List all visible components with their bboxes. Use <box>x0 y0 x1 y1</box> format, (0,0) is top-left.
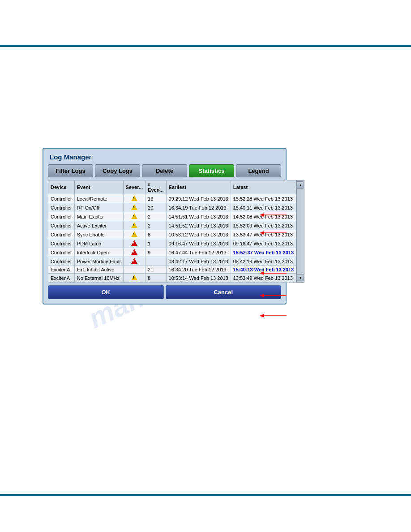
log-manager-dialog: Log Manager Filter Logs Copy Logs Delete… <box>43 148 287 305</box>
cell-severity: ! <box>123 257 146 266</box>
top-bar <box>0 45 411 47</box>
table-row: Exciter ANo External 10MHz!810:53:14 Wed… <box>48 274 296 283</box>
cell-event: Interlock Open <box>74 248 123 257</box>
cell-device: Controller <box>48 194 75 203</box>
copy-logs-button[interactable]: Copy Logs <box>95 164 140 177</box>
table-header-row: Device Event Sever... # Even... Earliest… <box>48 180 296 194</box>
table-row: ControllerMain Exciter!214:51:51 Wed Feb… <box>48 212 296 221</box>
cell-earliest: 16:47:44 Tue Feb 12 2013 <box>166 248 231 257</box>
ok-button[interactable]: OK <box>48 285 164 299</box>
table-row: ControllerInterlock Open!916:47:44 Tue F… <box>48 248 296 257</box>
col-device: Device <box>48 180 75 194</box>
cell-earliest: 14:51:52 Wed Feb 13 2013 <box>166 221 231 230</box>
cell-latest: 13:53:49 Wed Feb 13 2013 <box>231 274 296 283</box>
cell-earliest: 09:16:47 Wed Feb 13 2013 <box>166 239 231 248</box>
svg-marker-9 <box>260 314 264 317</box>
cell-severity <box>123 266 146 274</box>
cell-event: Ext. Inhibit Active <box>74 266 123 274</box>
table-row: ControllerPDM Latch!109:16:47 Wed Feb 13… <box>48 239 296 248</box>
cell-event: RF On/Off <box>74 203 123 212</box>
filter-logs-button[interactable]: Filter Logs <box>48 164 93 177</box>
toolbar: Filter Logs Copy Logs Delete Statistics … <box>48 164 281 177</box>
col-latest: Latest <box>231 180 296 194</box>
cell-earliest: 10:53:14 Wed Feb 13 2013 <box>166 274 231 283</box>
table-row: ControllerPower Module Fault!08:42:17 We… <box>48 257 296 266</box>
cell-earliest: 08:42:17 Wed Feb 13 2013 <box>166 257 231 266</box>
table-wrapper: Device Event Sever... # Even... Earliest… <box>48 180 281 283</box>
cell-device: Controller <box>48 257 75 266</box>
cell-event: Local/Remote <box>74 194 123 203</box>
cell-device: Controller <box>48 230 75 239</box>
cell-latest: 08:42:19 Wed Feb 13 2013 <box>231 257 296 266</box>
cell-event: Power Module Fault <box>74 257 123 266</box>
cell-latest: 13:53:47 Wed Feb 13 2013 <box>231 230 296 239</box>
delete-button[interactable]: Delete <box>142 164 187 177</box>
cell-event: Active Exciter <box>74 221 123 230</box>
cell-severity: ! <box>123 203 146 212</box>
cell-count: 9 <box>146 248 166 257</box>
cell-latest: 09:16:47 Wed Feb 13 2013 <box>231 239 296 248</box>
cell-latest: 15:52:28 Wed Feb 13 2013 <box>231 194 296 203</box>
cell-event: Main Exciter <box>74 212 123 221</box>
cell-device: Exciter A <box>48 274 75 283</box>
cell-earliest: 09:29:12 Wed Feb 13 2013 <box>166 194 231 203</box>
cell-event: Sync Enable <box>74 230 123 239</box>
cell-count: 2 <box>146 221 166 230</box>
cell-count: 8 <box>146 274 166 283</box>
legend-button[interactable]: Legend <box>236 164 281 177</box>
cell-latest: 15:40:11 Wed Feb 13 2013 <box>231 203 296 212</box>
cell-count: 13 <box>146 194 166 203</box>
cell-latest: 14:52:08 Wed Feb 13 2013 <box>231 212 296 221</box>
cell-count: 20 <box>146 203 166 212</box>
col-earliest: Earliest <box>166 180 231 194</box>
cell-device: Controller <box>48 239 75 248</box>
cell-severity: ! <box>123 212 146 221</box>
cell-severity: ! <box>123 194 146 203</box>
cell-latest: 15:52:09 Wed Feb 13 2013 <box>231 221 296 230</box>
col-count: # Even... <box>146 180 166 194</box>
cell-event: No External 10MHz <box>74 274 123 283</box>
cell-latest: 15:52:37 Wed Feb 13 2013 <box>231 248 296 257</box>
cell-count: 8 <box>146 230 166 239</box>
table-row: ControllerRF On/Off!2016:34:19 Tue Feb 1… <box>48 203 296 212</box>
bottom-buttons: OK Cancel <box>48 285 281 299</box>
log-table: Device Event Sever... # Even... Earliest… <box>48 180 296 283</box>
col-event: Event <box>74 180 123 194</box>
statistics-button[interactable]: Statistics <box>189 164 234 177</box>
table-row: ControllerActive Exciter!214:51:52 Wed F… <box>48 221 296 230</box>
cell-count: 21 <box>146 266 166 274</box>
cell-earliest: 14:51:51 Wed Feb 13 2013 <box>166 212 231 221</box>
cell-latest: 15:40:13 Wed Feb 13 2013 <box>231 266 296 274</box>
cell-earliest: 16:34:20 Tue Feb 12 2013 <box>166 266 231 274</box>
cell-earliest: 10:53:12 Wed Feb 13 2013 <box>166 230 231 239</box>
cell-severity: ! <box>123 221 146 230</box>
cell-device: Controller <box>48 203 75 212</box>
bottom-bar <box>0 494 411 496</box>
scroll-up-button[interactable]: ▲ <box>297 181 304 189</box>
scrollbar[interactable]: ▲ ▼ <box>296 180 304 283</box>
cell-device: Controller <box>48 221 75 230</box>
cell-count <box>146 257 166 266</box>
cell-severity: ! <box>123 230 146 239</box>
cell-event: PDM Latch <box>74 239 123 248</box>
cell-severity: ! <box>123 248 146 257</box>
col-severity: Sever... <box>123 180 146 194</box>
cell-severity: ! <box>123 274 146 283</box>
table-row: ControllerLocal/Remote!1309:29:12 Wed Fe… <box>48 194 296 203</box>
cell-count: 1 <box>146 239 166 248</box>
table-row: ControllerSync Enable!810:53:12 Wed Feb … <box>48 230 296 239</box>
cell-severity: ! <box>123 239 146 248</box>
table-row: Exciter AExt. Inhibit Active2116:34:20 T… <box>48 266 296 274</box>
cell-count: 2 <box>146 212 166 221</box>
cell-device: Controller <box>48 248 75 257</box>
cancel-button[interactable]: Cancel <box>166 285 282 299</box>
cell-device: Exciter A <box>48 266 75 274</box>
cell-device: Controller <box>48 212 75 221</box>
dialog-title: Log Manager <box>48 153 281 161</box>
scroll-down-button[interactable]: ▼ <box>297 274 304 281</box>
cell-earliest: 16:34:19 Tue Feb 12 2013 <box>166 203 231 212</box>
